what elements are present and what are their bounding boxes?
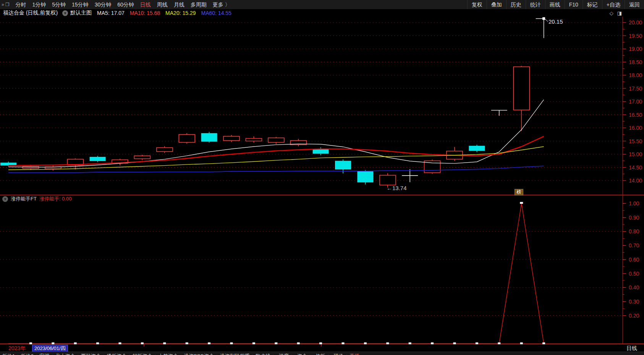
candles <box>0 19 545 187</box>
stock-title: 福达合金 (日线,前复权) <box>0 10 60 16</box>
ma-label: MA20: 15.29 <box>165 10 196 16</box>
bottom-bar-item[interactable]: 直播 <box>347 352 362 355</box>
bottom-bar-item[interactable]: ↑强度 <box>274 352 291 355</box>
bottom-bar-item[interactable]: 港资BBD资金 <box>182 352 217 355</box>
period-tab[interactable]: 60分钟 <box>114 0 137 9</box>
sub-indicator-value: 涨停能手: 0.00 <box>39 195 72 202</box>
high-marker <box>542 17 548 22</box>
period-indicator[interactable]: 日线 <box>626 345 637 352</box>
price-tick-label: 16.00 <box>629 125 642 131</box>
view-label[interactable]: 默认主图 <box>70 10 92 16</box>
candle <box>201 132 217 142</box>
ma-line-ma5 <box>8 100 544 167</box>
collapse-icon[interactable]: » <box>2 2 4 7</box>
period-tab[interactable]: 月线 <box>171 0 188 9</box>
sub-gridlines <box>0 231 623 315</box>
ma-label: MA10: 15.68 <box>130 10 160 16</box>
candle <box>268 137 284 144</box>
bottom-bar-item[interactable]: 宏观 <box>37 352 52 355</box>
sub-tick-label: 1.00 <box>629 200 639 207</box>
bottom-bar-item[interactable]: 大笔资金 <box>156 352 180 355</box>
toolbar-item[interactable]: 叠加 <box>487 0 506 9</box>
collapse-chevron-icon[interactable]: ▾ <box>2 196 8 202</box>
period-tab[interactable]: 周线 <box>154 0 171 9</box>
split-pane-icon[interactable]: ◨ <box>617 10 622 16</box>
candle <box>134 155 150 160</box>
sub-indicator-title: 涨停能手FT <box>11 195 37 202</box>
price-tick-label: 14.00 <box>629 178 642 184</box>
sub-tick-label: 0.50 <box>629 271 639 277</box>
toolbar-item[interactable]: 统计 <box>526 0 545 9</box>
sub-tick-label: 0.90 <box>629 215 639 221</box>
candle <box>513 66 529 131</box>
candle <box>246 136 262 143</box>
period-tab[interactable]: 日线 <box>137 0 154 9</box>
candle <box>447 147 463 161</box>
period-tab[interactable]: 5分钟 <box>49 0 69 9</box>
price-tick-label: 15.50 <box>629 138 642 144</box>
bottom-bar-item[interactable]: 板块2 <box>19 352 36 355</box>
candle <box>179 133 195 144</box>
period-tab[interactable]: 多周期 <box>188 0 210 9</box>
candle <box>357 170 373 184</box>
top-menu-bar: » ❐ 分时1分钟5分钟15分钟30分钟60分钟日线周线月线多周期更多 〉 复权… <box>0 0 644 9</box>
toolbar-item[interactable]: 历史 <box>506 0 526 9</box>
sub-tick-label: 0.30 <box>629 299 639 305</box>
bottom-bar-item[interactable]: 散户线 <box>253 352 273 355</box>
price-tick-label: 16.50 <box>629 112 642 118</box>
bottom-bar-item[interactable]: 撬板资金 <box>104 352 129 355</box>
candle <box>469 145 485 152</box>
toolbar-item[interactable]: 标记 <box>583 0 602 9</box>
bottom-bar-item[interactable]: ↑炸板 <box>311 352 328 355</box>
sub-indicator-line <box>8 202 544 344</box>
bottom-bar-item[interactable]: ↑资金 <box>292 352 309 355</box>
price-tick-label: 18.50 <box>629 59 642 65</box>
bottom-bar-item[interactable]: ↑现价 <box>329 352 346 355</box>
chevron-down-icon[interactable]: ▾ <box>62 10 68 16</box>
candle <box>223 135 239 142</box>
price-tick-label: 15.00 <box>629 151 642 157</box>
period-tab[interactable]: 30分钟 <box>92 0 115 9</box>
bottom-bar-item[interactable]: 打板资金 <box>130 352 155 355</box>
candle <box>536 19 545 38</box>
cursor-date-label: 2023/06/01/四 <box>32 345 68 352</box>
sub-axis: 1.000.900.800.700.600.500.400.300.20 <box>623 200 639 319</box>
period-menu: 分时1分钟5分钟15分钟30分钟60分钟日线周线月线多周期更多 〉 <box>12 0 233 9</box>
chart-svg[interactable]: 20.0019.5019.0018.5018.0017.5017.0016.50… <box>0 0 644 355</box>
toolbar-item[interactable]: 复权 <box>467 0 487 9</box>
toolbar-item[interactable]: F10 <box>565 0 583 9</box>
candle <box>290 139 306 146</box>
price-tick-label: 14.50 <box>629 165 642 171</box>
bottom-bar-item[interactable]: 港资剔除权重 <box>218 352 252 355</box>
ma-label: MA5: 17.07 <box>97 10 125 16</box>
toolbar-item[interactable]: +自选 <box>602 0 625 9</box>
bottom-bar-item[interactable]: 北上资金 <box>53 352 78 355</box>
diamond-icon[interactable]: ◇ <box>610 10 613 16</box>
ma-label: MA60: 14.55 <box>201 10 231 16</box>
chart-title-bar: 福达合金 (日线,前复权) ▾ 默认主图 MA5: 17.07MA10: 15.… <box>0 9 644 17</box>
period-tab[interactable]: 更多 〉 <box>210 0 233 9</box>
axis-year-label: 2023年 <box>8 345 26 352</box>
bottom-bar-item[interactable]: 两融资金 <box>79 352 103 355</box>
time-axis <box>0 342 644 347</box>
toolbar-item[interactable]: 画线 <box>545 0 565 9</box>
candle <box>157 146 173 153</box>
window-icon[interactable]: ❐ <box>5 2 10 7</box>
high-price-annotation: 20.15 <box>549 18 563 25</box>
price-tick-label: 20.00 <box>629 19 642 26</box>
bottom-bar-item[interactable]: 板块1 <box>0 352 17 355</box>
toolbar-menu: 复权叠加历史统计画线F10标记+自选返回 <box>467 0 644 9</box>
ma-line-ma20 <box>8 147 544 170</box>
ma-legend: MA5: 17.07MA10: 15.68MA20: 15.29MA60: 14… <box>97 10 231 16</box>
sub-tick-label: 0.70 <box>629 242 639 248</box>
limit-up-badge[interactable]: 榜 <box>515 189 523 195</box>
price-tick-label: 19.00 <box>629 46 642 52</box>
sub-tick-label: 0.40 <box>629 284 639 290</box>
period-tab[interactable]: 15分钟 <box>69 0 92 9</box>
period-tab[interactable]: 分时 <box>12 0 29 9</box>
ma-line-ma60 <box>8 166 544 173</box>
period-tab[interactable]: 1分钟 <box>29 0 49 9</box>
app-window: » ❐ 分时1分钟5分钟15分钟30分钟60分钟日线周线月线多周期更多 〉 复权… <box>0 0 644 355</box>
sub-tick-label: 0.60 <box>629 257 639 263</box>
toolbar-item[interactable]: 返回 <box>625 0 644 9</box>
